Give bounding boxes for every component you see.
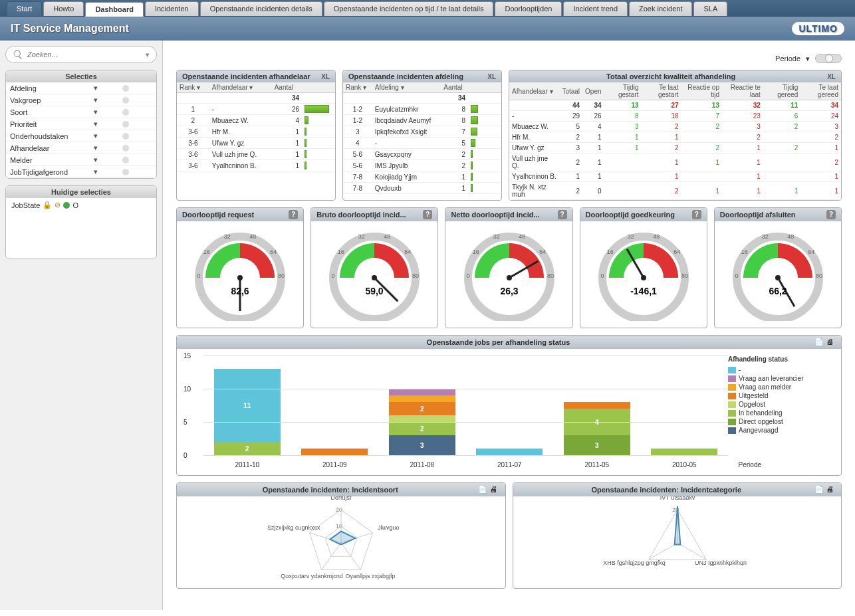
selectie-afdeling[interactable]: Afdeling▾ [6,82,156,94]
col-header[interactable]: Afhandelaar ▾ [209,82,272,93]
table-row[interactable]: Hfr M.211122 [509,132,841,143]
table-row[interactable]: 1-26 [177,104,335,115]
table-row[interactable]: Tkyjk N. xtz muh2021111 [509,182,841,200]
chevron-down-icon[interactable]: ▾ [92,108,99,116]
col-header[interactable]: Totaal [559,82,582,100]
tab-openstaande-incidenten-details[interactable]: Openstaande incidenten details [200,1,322,16]
selectie-soort[interactable]: Soort▾ [6,106,156,118]
chevron-down-icon[interactable]: ▾ [92,120,99,128]
col-header[interactable]: Reactie te laat [722,82,763,100]
selectie-vakgroep[interactable]: Vakgroep▾ [6,94,156,106]
table-row[interactable]: 5-6Gsaycxpqny2 [343,149,501,160]
legend-item[interactable]: Vraag aan leverancier [728,374,834,383]
legend-item[interactable]: Direct opgelost [728,417,834,426]
col-header[interactable]: Tijdig gereed [763,82,801,100]
table-row[interactable]: 5-6IMS Jpyulb2 [343,160,501,171]
legend-item[interactable]: Aangevraagd [728,426,834,435]
col-header[interactable]: Rank ▾ [177,82,209,93]
legend-item[interactable]: Opgelost [728,400,834,409]
export-icon[interactable]: 📄 [814,338,824,347]
table-row[interactable]: 3-6Hfr M.1 [177,126,335,138]
help-icon[interactable]: ? [289,210,298,219]
table-row[interactable]: 1-2Ibcqdaiadv Aeumyf8 [343,115,501,126]
legend-item[interactable]: - [728,365,834,374]
widget-radar-categorie: Openstaande incidenten: Incidentcategori… [513,482,842,589]
lock-icon[interactable]: 🔒 [43,201,52,209]
print-icon[interactable]: 🖨 [490,485,499,494]
filter-dot[interactable] [122,169,129,175]
table-row[interactable]: Ufww Y. gz31122121 [509,143,841,154]
selectie-afhandelaar[interactable]: Afhandelaar▾ [6,142,156,154]
col-header[interactable]: Open [582,82,604,100]
help-icon[interactable]: ? [423,210,432,219]
help-icon[interactable]: ? [826,210,836,219]
filter-dot[interactable] [122,85,129,92]
print-icon[interactable]: 🖨 [826,485,836,494]
tab-incidenten[interactable]: Incidenten [145,1,199,16]
tab-dashboard[interactable]: Dashboard [85,2,143,17]
table-row[interactable]: 3-6Vull uzh jme Q.1 [177,149,335,160]
help-icon[interactable]: ? [558,210,567,219]
tab-incident-trend[interactable]: Incident trend [563,1,628,16]
chevron-down-icon[interactable]: ▾ [806,54,810,63]
filter-dot[interactable] [122,157,129,163]
tab-start[interactable]: Start [7,1,42,16]
table-row[interactable]: 4-5 [343,138,501,149]
table-row[interactable]: 1-2Euyulcatzmhkr8 [343,104,501,115]
tab-doorlooptijden[interactable]: Doorlooptijden [495,1,562,16]
table-row[interactable]: 7-8Qvdouxb1 [343,183,501,194]
filter-dot[interactable] [122,121,129,128]
legend-item[interactable]: Vraag aan melder [728,383,834,391]
filter-dot[interactable] [122,109,129,116]
col-header[interactable]: Aantal [272,82,302,93]
search-input[interactable] [27,51,142,58]
selectie-jobtijdigafgerond[interactable]: JobTijdigafgerond▾ [6,166,156,178]
table-row[interactable]: 3Ipkqfekofxd Xsigit7 [343,126,501,138]
chevron-down-icon[interactable]: ▾ [92,84,99,92]
chevron-down-icon[interactable]: ▾ [92,144,99,152]
table-row[interactable]: 2Mbuaecz W.4 [177,115,335,126]
selectie-onderhoudstaken[interactable]: Onderhoudstaken▾ [6,130,156,142]
chevron-down-icon[interactable]: ▾ [92,96,99,104]
expand-button[interactable]: XL [487,73,496,80]
selectie-melder[interactable]: Melder▾ [6,154,156,166]
table-row[interactable]: 3-6Yyalhcninon B.1 [177,160,335,171]
col-header[interactable]: Afhandelaar ▾ [509,82,559,100]
expand-button[interactable]: XL [827,73,836,80]
toggle-switch[interactable] [815,54,842,63]
col-header[interactable]: Rank ▾ [343,82,372,93]
col-header[interactable]: Te laat gestart [642,82,681,100]
col-header[interactable]: Aantal [441,82,468,93]
help-icon[interactable]: ? [692,210,701,219]
table-row[interactable]: Vull uzh jme Q.211112 [509,154,841,171]
tab-sla[interactable]: SLA [693,1,727,16]
col-header[interactable]: Afdeling ▾ [372,82,441,93]
chevron-down-icon[interactable]: ▾ [92,155,99,164]
selectie-prioriteit[interactable]: Prioriteit▾ [6,118,156,130]
export-icon[interactable]: 📄 [814,485,824,494]
table-row[interactable]: 7-8Koiojiadg Yjjm1 [343,171,501,183]
col-header[interactable]: Reactie op tijd [681,82,722,100]
export-icon[interactable]: 📄 [478,485,487,494]
filter-dot[interactable] [122,133,129,140]
col-header[interactable]: Te laat gereed [800,82,841,100]
tab-openstaande-incidenten-op-tijd-/-te-laat-details[interactable]: Openstaande incidenten op tijd / te laat… [324,1,494,16]
chevron-down-icon[interactable]: ▾ [92,132,99,140]
chevron-down-icon[interactable]: ▾ [92,167,99,176]
print-icon[interactable]: 🖨 [826,338,836,347]
legend-item[interactable]: In behandeling [728,409,834,417]
col-header[interactable]: Tijdig gestart [604,82,642,100]
table-row[interactable]: Yyalhcninon B.11111 [509,171,841,182]
chevron-down-icon[interactable]: ▾ [146,51,150,59]
tab-zoek-incident[interactable]: Zoek incident [629,1,692,16]
tab-howto[interactable]: Howto [43,1,84,16]
table-row[interactable]: Mbuaecz W.54322323 [509,122,841,132]
search-box[interactable]: ▾ [5,46,157,63]
table-row[interactable]: 3-6Ufww Y. gz1 [177,138,335,149]
expand-button[interactable]: XL [321,73,330,80]
table-row[interactable]: -2926818723624 [509,111,841,122]
filter-dot[interactable] [122,145,129,152]
clear-icon[interactable]: ⊘ [55,201,61,209]
filter-dot[interactable] [122,97,129,104]
legend-item[interactable]: Uitgesteld [728,391,834,400]
